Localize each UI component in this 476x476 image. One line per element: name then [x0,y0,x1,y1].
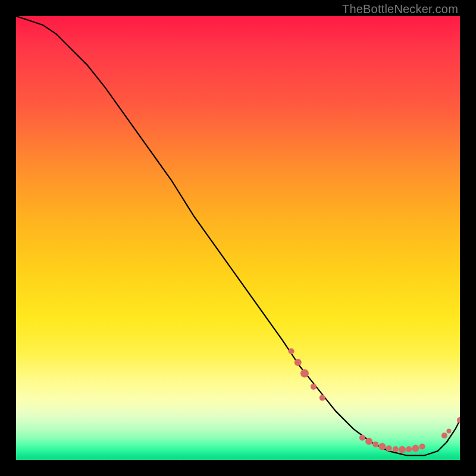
marker-dot [372,441,378,447]
curve-line [16,16,460,456]
marker-dot [300,369,309,378]
marker-dot [446,429,451,434]
marker-dot [412,445,419,452]
chart-svg [16,16,460,460]
chart-stage: TheBottleNecker.com [0,0,476,476]
marker-dot [289,348,295,354]
marker-dot [378,443,386,450]
marker-dot [406,446,412,452]
marker-dot [295,359,302,366]
marker-dot [441,433,447,439]
marker-dot [457,417,460,423]
marker-dot [419,444,425,450]
marker-dot [399,446,406,453]
marker-dot [311,384,317,390]
marker-dot [386,446,392,452]
marker-dot [320,395,325,401]
marker-dot [393,446,399,452]
marker-dot [359,435,365,441]
plot-area [16,16,460,460]
marker-dot [365,438,372,445]
curve-markers [289,348,461,453]
attribution-label: TheBottleNecker.com [342,2,458,16]
